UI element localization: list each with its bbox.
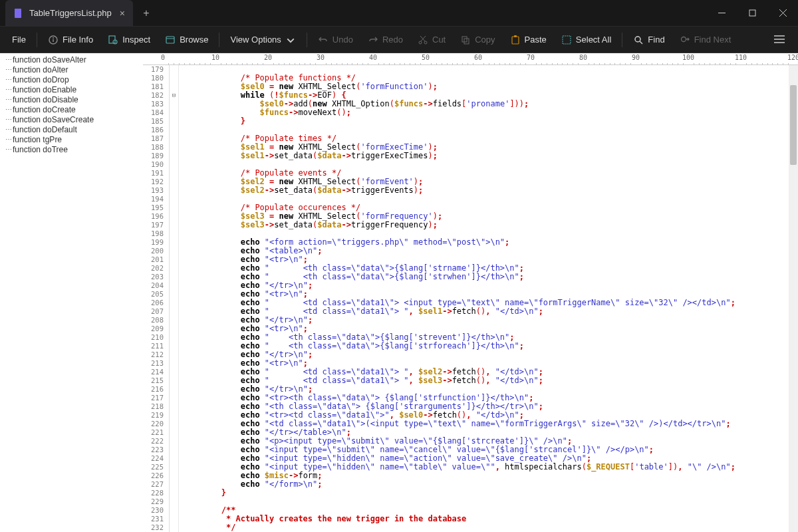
outline-item[interactable]: ⋯function tgPre — [0, 134, 143, 144]
view-options-label: View Options — [230, 35, 281, 45]
svg-rect-2 — [749, 10, 755, 16]
outline-label: function doSaveAlter — [13, 55, 86, 65]
svg-rect-18 — [512, 37, 519, 44]
outline-item[interactable]: ⋯function doCreate — [0, 104, 143, 114]
maximize-button[interactable] — [737, 0, 767, 27]
outline-label: function doDisable — [13, 95, 78, 104]
editor-area: 0102030405060708090100110120 17918018118… — [143, 53, 798, 532]
outline-label: function doDefault — [13, 125, 77, 134]
file-info-button[interactable]: File Info — [41, 31, 100, 49]
tree-collapse-icon[interactable]: ⋯ — [5, 66, 12, 73]
inspect-label: Inspect — [122, 35, 150, 45]
svg-point-6 — [53, 37, 54, 39]
search-icon — [633, 35, 644, 45]
scrollbar-thumb[interactable] — [790, 85, 797, 165]
svg-point-21 — [635, 37, 640, 42]
file-info-label: File Info — [63, 35, 93, 45]
separator — [307, 33, 307, 47]
svg-point-13 — [424, 41, 427, 44]
inspect-icon — [108, 35, 118, 45]
code-content[interactable]: /* Populate functions */ $sel0 = new XHT… — [179, 65, 798, 532]
find-next-label: Find Next — [694, 35, 732, 45]
tree-collapse-icon[interactable]: ⋯ — [5, 136, 12, 143]
inspect-button[interactable]: Inspect — [101, 31, 157, 49]
chevron-down-icon — [285, 35, 296, 45]
select-all-icon — [561, 35, 572, 45]
browse-icon — [165, 35, 176, 45]
file-menu[interactable]: File — [5, 31, 33, 49]
new-tab-button[interactable]: + — [136, 3, 157, 24]
tree-collapse-icon[interactable]: ⋯ — [5, 96, 12, 103]
outline-label: function tgPre — [13, 135, 62, 144]
outline-item[interactable]: ⋯function doTree — [0, 144, 143, 154]
outline-sidebar[interactable]: ⋯function doSaveAlter⋯function doAlter⋯f… — [0, 53, 143, 532]
find-next-button[interactable]: Find Next — [673, 31, 738, 49]
cut-label: Cut — [432, 35, 446, 45]
file-tab[interactable]: TableTriggersList.php × — [5, 0, 133, 27]
outline-label: function doTree — [13, 145, 68, 154]
svg-point-12 — [419, 41, 422, 44]
close-window-button[interactable] — [767, 0, 798, 27]
close-tab-icon[interactable]: × — [117, 8, 128, 19]
cut-icon — [418, 35, 428, 45]
outline-item[interactable]: ⋯function doDefault — [0, 124, 143, 134]
cut-button[interactable]: Cut — [411, 31, 452, 49]
redo-icon — [368, 35, 378, 45]
select-all-button[interactable]: Select All — [555, 31, 618, 49]
outline-item[interactable]: ⋯function doAlter — [0, 65, 143, 74]
hamburger-menu[interactable] — [766, 30, 793, 50]
tree-collapse-icon[interactable]: ⋯ — [5, 106, 12, 113]
outline-item[interactable]: ⋯function doSaveAlter — [0, 55, 143, 65]
window-controls — [706, 0, 798, 27]
browse-button[interactable]: Browse — [158, 31, 215, 49]
svg-rect-0 — [15, 9, 21, 18]
browse-label: Browse — [180, 35, 208, 45]
tab-title: TableTriggersList.php — [29, 8, 112, 18]
outline-item[interactable]: ⋯function doDrop — [0, 74, 143, 84]
paste-button[interactable]: Paste — [503, 31, 553, 49]
separator — [622, 33, 622, 47]
minimize-button[interactable] — [706, 0, 737, 27]
titlebar: TableTriggersList.php × + — [0, 0, 798, 27]
separator — [37, 33, 37, 47]
outline-label: function doAlter — [13, 65, 68, 74]
outline-label: function doCreate — [13, 105, 76, 114]
vertical-scrollbar[interactable] — [789, 65, 798, 532]
svg-line-14 — [421, 36, 426, 41]
undo-label: Undo — [332, 35, 353, 45]
select-all-label: Select All — [576, 35, 611, 45]
view-options-menu[interactable]: View Options — [223, 31, 302, 49]
tree-collapse-icon[interactable]: ⋯ — [5, 116, 12, 123]
svg-line-22 — [640, 41, 642, 44]
outline-item[interactable]: ⋯function doEnable — [0, 84, 143, 94]
find-label: Find — [648, 35, 664, 45]
outline-label: function doEnable — [13, 85, 76, 94]
svg-rect-8 — [109, 36, 115, 43]
outline-item[interactable]: ⋯function doSaveCreate — [0, 114, 143, 124]
code-editor[interactable]: 1791801811821831841851861871881891901911… — [143, 65, 798, 532]
copy-icon — [460, 35, 471, 45]
tree-collapse-icon[interactable]: ⋯ — [5, 86, 12, 93]
tree-collapse-icon[interactable]: ⋯ — [5, 76, 12, 83]
copy-label: Copy — [475, 35, 495, 45]
svg-rect-10 — [166, 37, 174, 43]
tree-collapse-icon[interactable]: ⋯ — [5, 146, 12, 153]
line-numbers: 1791801811821831841851861871881891901911… — [143, 65, 170, 532]
tree-collapse-icon[interactable]: ⋯ — [5, 56, 12, 63]
outline-label: function doDrop — [13, 75, 69, 84]
fold-column[interactable]: ⊟ — [170, 65, 179, 532]
ruler: 0102030405060708090100110120 — [143, 53, 798, 65]
svg-point-23 — [681, 37, 686, 41]
outline-item[interactable]: ⋯function doDisable — [0, 94, 143, 104]
info-icon — [48, 35, 59, 45]
paste-label: Paste — [525, 35, 547, 45]
undo-button[interactable]: Undo — [311, 31, 360, 49]
find-button[interactable]: Find — [626, 31, 671, 49]
toolbar: File File Info Inspect Browse View Optio… — [0, 27, 798, 53]
redo-label: Redo — [382, 35, 403, 45]
tree-collapse-icon[interactable]: ⋯ — [5, 126, 12, 133]
separator — [219, 33, 219, 47]
main-area: ⋯function doSaveAlter⋯function doAlter⋯f… — [0, 53, 798, 532]
copy-button[interactable]: Copy — [454, 31, 501, 49]
redo-button[interactable]: Redo — [361, 31, 410, 49]
